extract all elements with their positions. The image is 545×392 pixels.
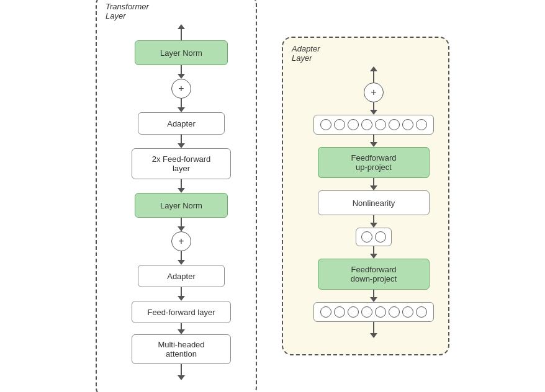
conn1 (178, 65, 185, 79)
diagrams-container: Transformer Layer Layer Norm (83, 0, 462, 392)
bot-circles-row (313, 302, 434, 322)
top-circles-row (313, 115, 434, 135)
bottom-arrow-in (178, 364, 185, 380)
layer-norm-mid: Layer Norm (135, 193, 228, 218)
transformer-layer-box: Transformer Layer Layer Norm (96, 0, 257, 392)
mid-circles (356, 228, 392, 246)
right-plus: + (364, 82, 384, 102)
adapter-top: Adapter (138, 112, 225, 135)
mid-circle-2 (375, 231, 386, 243)
mid-circle-1 (361, 231, 372, 243)
bot-circle-8 (416, 306, 427, 318)
feed-forward-layer: Feed-forward layer (132, 301, 231, 323)
bot-circle-4 (361, 306, 372, 318)
circle-6 (389, 119, 400, 130)
right-bottom-arrow-in (370, 322, 377, 338)
multi-head-attention: Multi-headed attention (132, 334, 231, 364)
circle-7 (402, 119, 413, 130)
conn6 (178, 251, 185, 265)
adapter-label: Adapter Layer (292, 44, 320, 63)
right-conn4 (370, 215, 377, 228)
circle-4 (361, 119, 372, 130)
right-top-arrow-out (370, 66, 377, 82)
transformer-label: Transformer Layer (106, 2, 149, 20)
conn3 (178, 135, 185, 148)
layer-norm-top: Layer Norm (135, 40, 228, 65)
bot-circle-6 (389, 306, 400, 318)
plus-bot: + (171, 231, 191, 251)
right-diagram: + Fee (293, 48, 454, 344)
feed-forward-2x: 2x Feed-forward layer (132, 148, 231, 179)
right-conn3 (370, 178, 377, 190)
right-conn6 (370, 290, 377, 302)
bot-circle-7 (402, 306, 413, 318)
circle-5 (375, 119, 386, 130)
top-arrow-out (178, 24, 185, 40)
right-conn5 (370, 246, 377, 259)
right-conn1 (370, 102, 377, 115)
circle-2 (334, 119, 345, 130)
conn5 (178, 218, 185, 231)
conn4 (178, 179, 185, 193)
circle-1 (320, 119, 331, 130)
circle-8 (416, 119, 427, 130)
conn2 (178, 99, 185, 112)
plus-top: + (171, 79, 191, 99)
bot-circle-3 (348, 306, 359, 318)
adapter-bot: Adapter (138, 265, 225, 287)
bot-circle-1 (320, 306, 331, 318)
adapter-layer-box: Adapter Layer + (282, 37, 449, 355)
conn8 (178, 323, 185, 334)
ff-up-project: Feedforward up-project (318, 147, 430, 178)
nonlinearity-block: Nonlinearity (318, 190, 430, 215)
bot-circle-2 (334, 306, 345, 318)
circle-3 (348, 119, 359, 130)
conn7 (178, 287, 185, 301)
left-diagram: Layer Norm + (107, 6, 256, 386)
right-conn2 (370, 135, 377, 147)
ff-down-project: Feedforward down-project (318, 259, 430, 290)
bot-circle-5 (375, 306, 386, 318)
